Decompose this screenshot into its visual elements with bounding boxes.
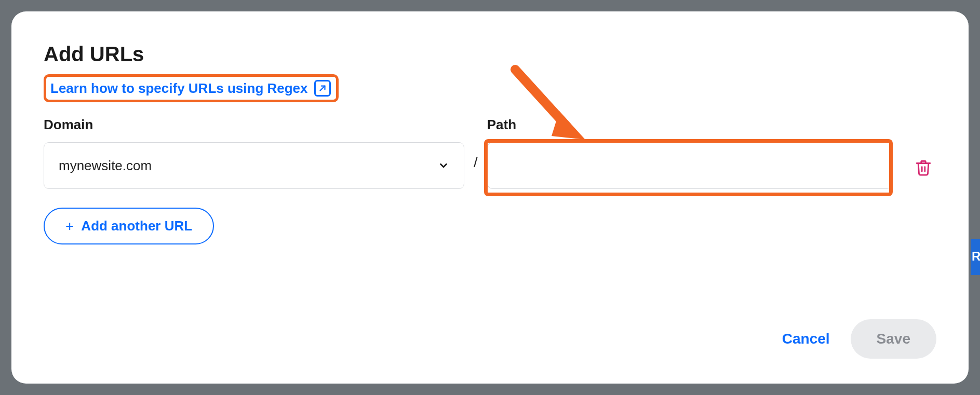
regex-help-link-label: Learn how to specify URLs using Regex bbox=[50, 80, 308, 97]
domain-column: Domain mynewsite.com bbox=[44, 117, 464, 189]
path-label: Path bbox=[487, 117, 892, 133]
trash-icon bbox=[915, 158, 932, 177]
modal-footer: Cancel Save bbox=[777, 319, 936, 359]
url-row: Domain mynewsite.com / Path bbox=[44, 117, 936, 189]
domain-label: Domain bbox=[44, 117, 464, 133]
background-tab-fragment: R bbox=[971, 239, 980, 275]
add-another-url-button[interactable]: + Add another URL bbox=[44, 208, 214, 244]
domain-select[interactable]: mynewsite.com bbox=[44, 142, 464, 189]
chevron-down-icon bbox=[438, 160, 449, 171]
domain-select-value: mynewsite.com bbox=[59, 158, 152, 174]
path-input[interactable] bbox=[487, 142, 892, 189]
cancel-button[interactable]: Cancel bbox=[777, 324, 835, 353]
add-urls-modal: Add URLs Learn how to specify URLs using… bbox=[11, 11, 969, 384]
external-link-icon bbox=[314, 80, 331, 97]
regex-link-highlight: Learn how to specify URLs using Regex bbox=[44, 74, 339, 102]
svg-line-0 bbox=[320, 86, 325, 91]
regex-help-link[interactable]: Learn how to specify URLs using Regex bbox=[50, 80, 331, 97]
background-tab-letter: R bbox=[972, 249, 980, 264]
path-input-wrap bbox=[487, 142, 892, 189]
row-actions bbox=[901, 117, 936, 181]
delete-row-button[interactable] bbox=[910, 154, 936, 181]
modal-title: Add URLs bbox=[44, 43, 936, 66]
path-separator: / bbox=[474, 117, 478, 171]
path-column: Path bbox=[487, 117, 892, 189]
save-button[interactable]: Save bbox=[851, 319, 936, 359]
plus-icon: + bbox=[65, 219, 74, 234]
add-another-url-label: Add another URL bbox=[81, 218, 192, 234]
